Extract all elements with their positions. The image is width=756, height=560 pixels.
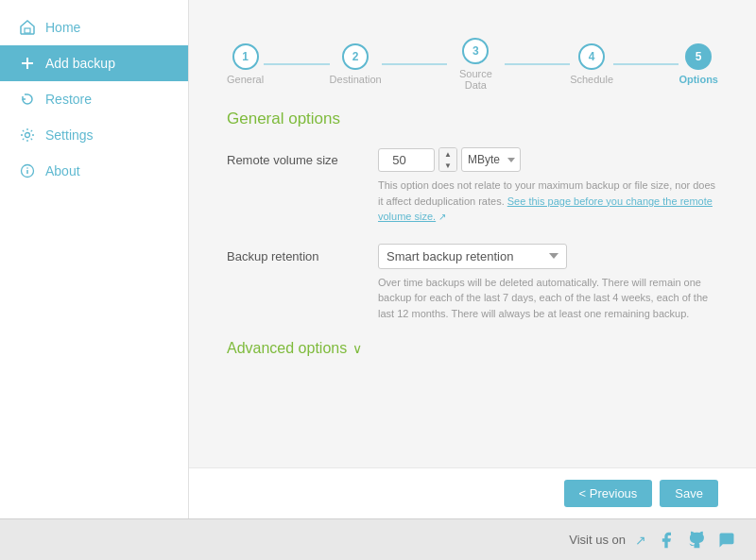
sidebar-item-about[interactable]: About xyxy=(0,153,188,189)
external-link-icon-small: ↗ xyxy=(438,212,446,222)
step-circle-1[interactable]: 1 xyxy=(232,43,259,70)
restore-icon xyxy=(19,91,36,108)
spinner-buttons: ▲ ▼ xyxy=(438,147,457,172)
save-button[interactable]: Save xyxy=(660,480,718,507)
chevron-down-icon: ∨ xyxy=(352,341,362,356)
external-link-icon: ↗ xyxy=(635,533,646,548)
step-3: 3 Source Data xyxy=(447,38,505,91)
main-content: 1 General 2 Destination 3 Source Data xyxy=(189,0,756,518)
content-area: 1 General 2 Destination 3 Source Data xyxy=(189,0,756,467)
sidebar-item-about-label: About xyxy=(45,163,80,178)
remote-volume-input[interactable] xyxy=(378,148,435,172)
previous-button[interactable]: < Previous xyxy=(564,480,653,507)
sidebar-item-restore-label: Restore xyxy=(45,92,92,107)
sidebar-item-home[interactable]: Home xyxy=(0,9,188,45)
sidebar-item-add-backup[interactable]: Add backup xyxy=(0,45,188,81)
social-icons xyxy=(656,530,737,551)
advanced-options-toggle[interactable]: Advanced options ∨ xyxy=(227,340,718,357)
sidebar-item-settings[interactable]: Settings xyxy=(0,117,188,153)
sidebar-item-settings-label: Settings xyxy=(45,127,94,143)
svg-point-3 xyxy=(26,133,30,138)
remote-volume-hint: This option does not relate to your maxi… xyxy=(378,178,718,225)
step-line-1 xyxy=(264,63,329,65)
step-label-5: Options xyxy=(679,74,718,85)
step-4: 4 Schedule xyxy=(570,43,613,85)
backup-retention-control: Smart backup retention Keep all backups … xyxy=(378,244,718,322)
sidebar-item-add-backup-label: Add backup xyxy=(45,56,115,71)
step-label-4: Schedule xyxy=(570,74,613,85)
remote-volume-label: Remote volume size xyxy=(227,147,378,167)
advanced-options-label: Advanced options xyxy=(227,340,347,357)
wizard-steps: 1 General 2 Destination 3 Source Data xyxy=(227,19,718,100)
spin-up-button[interactable]: ▲ xyxy=(439,148,456,160)
add-icon xyxy=(19,55,36,72)
footer-buttons: < Previous Save xyxy=(189,467,756,518)
step-circle-4[interactable]: 4 xyxy=(578,43,605,70)
bottom-bar: Visit us on ↗ xyxy=(0,518,756,560)
about-icon xyxy=(19,162,36,179)
github-icon[interactable] xyxy=(686,530,707,551)
home-icon xyxy=(19,19,36,36)
backup-retention-label: Backup retention xyxy=(227,244,378,263)
general-options-heading: General options xyxy=(227,110,718,128)
backup-retention-hint: Over time backups will be deleted automa… xyxy=(378,275,718,322)
visit-us-label: Visit us on xyxy=(569,533,626,547)
chat-icon[interactable] xyxy=(716,530,737,551)
step-5: 5 Options xyxy=(679,43,718,85)
backup-retention-select[interactable]: Smart backup retention Keep all backups … xyxy=(378,244,567,269)
step-2: 2 Destination xyxy=(330,43,382,85)
step-label-2: Destination xyxy=(330,74,382,85)
facebook-icon[interactable] xyxy=(656,530,677,551)
step-line-3 xyxy=(505,63,570,65)
sidebar: Home Add backup Restore xyxy=(0,0,189,518)
spin-down-button[interactable]: ▼ xyxy=(439,160,456,171)
step-line-4 xyxy=(613,63,679,65)
step-circle-2[interactable]: 2 xyxy=(342,43,369,70)
step-label-3: Source Data xyxy=(447,68,505,91)
step-label-1: General xyxy=(227,74,264,85)
remote-volume-row: Remote volume size ▲ ▼ MByte GByte xyxy=(227,147,718,225)
svg-rect-0 xyxy=(25,28,30,33)
remote-volume-unit-select[interactable]: MByte GByte xyxy=(461,147,521,172)
step-circle-5[interactable]: 5 xyxy=(685,43,712,70)
step-circle-3[interactable]: 3 xyxy=(462,38,489,64)
step-1: 1 General xyxy=(227,43,264,85)
sidebar-item-restore[interactable]: Restore xyxy=(0,81,188,117)
remote-volume-control: ▲ ▼ MByte GByte This option does not rel… xyxy=(378,147,718,225)
svg-point-6 xyxy=(26,167,28,169)
step-line-2 xyxy=(382,63,447,65)
settings-icon xyxy=(19,127,36,144)
sidebar-item-home-label: Home xyxy=(45,20,80,35)
remote-volume-input-group: ▲ ▼ MByte GByte xyxy=(378,147,718,172)
backup-retention-row: Backup retention Smart backup retention … xyxy=(227,244,718,322)
